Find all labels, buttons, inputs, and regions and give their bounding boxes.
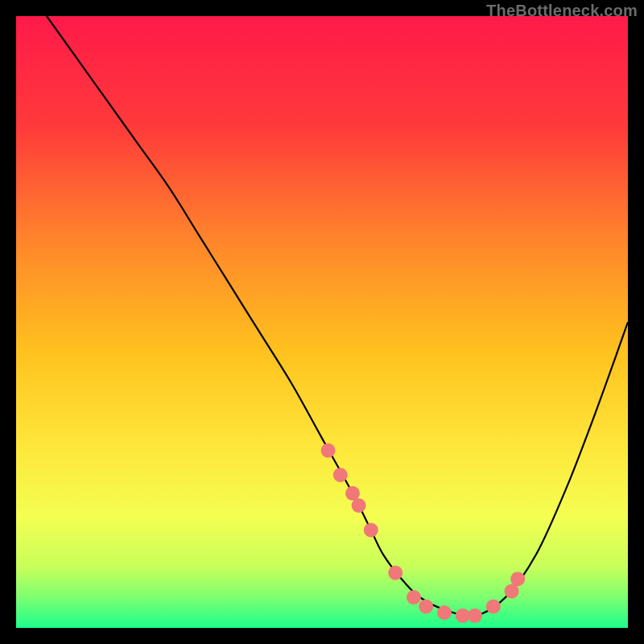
data-marker [419, 599, 433, 613]
watermark-text: TheBottleneck.com [486, 2, 638, 20]
data-marker [437, 605, 452, 620]
data-marker [486, 599, 501, 613]
data-marker [407, 590, 421, 605]
data-marker [333, 468, 348, 482]
data-marker [388, 566, 402, 580]
gradient-background [16, 16, 628, 628]
bottleneck-chart [16, 16, 628, 628]
data-marker [468, 609, 482, 623]
data-marker [352, 498, 366, 513]
data-marker [321, 444, 336, 458]
data-marker [510, 572, 525, 586]
chart-frame [16, 16, 628, 628]
data-marker [364, 522, 378, 537]
